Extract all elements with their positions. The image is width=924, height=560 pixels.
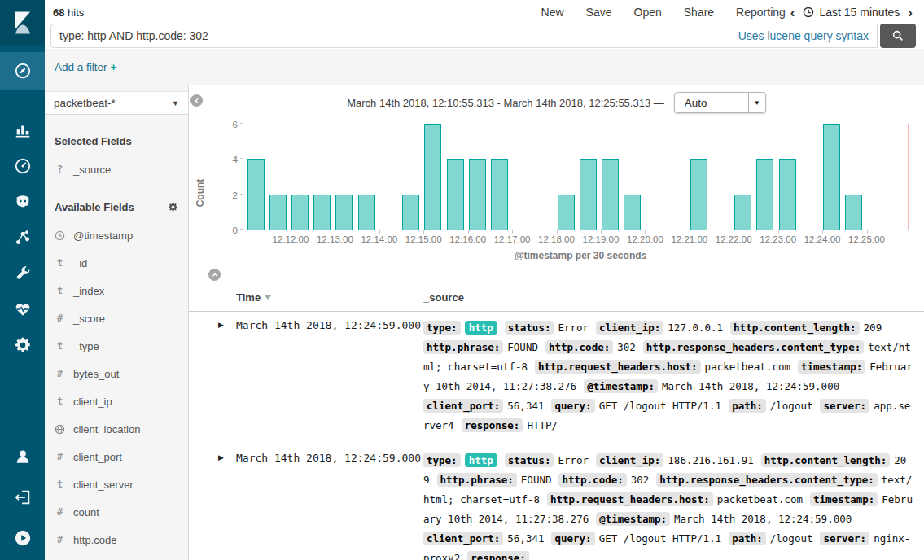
histogram-bar-12:21:00[interactable]	[690, 159, 707, 230]
field-value: packetbeat.com	[705, 361, 790, 373]
field-settings-gear-icon[interactable]	[168, 202, 178, 212]
field-value: /logout	[770, 400, 813, 412]
kibana-app: 68 hits NewSaveOpenShareReporting ‹ Last…	[0, 0, 924, 560]
time-forward-button[interactable]: ›	[908, 6, 913, 20]
field-badge: response:	[462, 418, 523, 432]
topnav-open-link[interactable]: Open	[634, 6, 662, 19]
compass-icon	[14, 62, 32, 80]
selected-fields-heading: Selected Fields	[55, 135, 178, 147]
number-type-icon: #	[55, 506, 65, 518]
field-badge: client_ip:	[596, 453, 663, 467]
x-tick-mark	[601, 230, 602, 234]
logout-icon	[14, 488, 32, 506]
histogram-bar-12:19:00[interactable]	[602, 159, 619, 230]
histogram-bar-12:22:30[interactable]	[756, 159, 773, 230]
field-item-_source[interactable]: ?_source	[45, 155, 188, 183]
histogram-bar-12:18:00[interactable]	[558, 195, 575, 230]
sidenav-item-visualize[interactable]	[0, 112, 45, 148]
field-item-count[interactable]: #count	[45, 498, 188, 526]
field-badge: @timestamp:	[596, 512, 670, 526]
field-badge: server:	[820, 399, 869, 413]
histogram-bar-12:12:00[interactable]	[291, 195, 309, 230]
text-type-icon: t	[55, 257, 65, 269]
histogram-bar-12:13:30[interactable]	[358, 195, 375, 230]
play-circle-icon	[14, 529, 32, 547]
search-button[interactable]	[880, 24, 916, 48]
field-item-_type[interactable]: t_type	[45, 332, 188, 360]
top-nav: NewSaveOpenShareReporting	[541, 6, 786, 19]
field-value: GET /logout HTTP/1.1	[599, 400, 722, 412]
histogram-bar-12:22:00[interactable]	[734, 195, 751, 230]
sidenav-item-management[interactable]	[0, 327, 45, 363]
histogram-bar-12:24:30[interactable]	[845, 195, 862, 230]
search-input[interactable]	[59, 29, 730, 42]
field-badge: http.code:	[558, 473, 626, 487]
sidenav-item-graph[interactable]	[0, 220, 45, 256]
gauge-icon	[14, 157, 32, 175]
topnav-save-link[interactable]: Save	[586, 6, 612, 19]
histogram-bar-12:15:30[interactable]	[447, 159, 464, 230]
field-value: 302	[617, 341, 636, 353]
histogram-bar-12:14:30[interactable]	[402, 195, 419, 230]
field-item-client_location[interactable]: client_location	[45, 415, 188, 443]
topnav-share-link[interactable]: Share	[684, 6, 714, 19]
sort-desc-icon	[265, 295, 271, 300]
field-item-_index[interactable]: t_index	[45, 277, 188, 304]
field-badge: query:	[551, 532, 594, 545]
field-item-_score[interactable]: #_score	[45, 304, 188, 332]
expand-row-caret-icon[interactable]: ▶	[218, 318, 236, 435]
sidenav-item-monitoring[interactable]	[0, 291, 45, 327]
lucene-syntax-link[interactable]: Uses lucene query syntax	[738, 29, 869, 42]
doc-source-cell: type:httpstatus:Errorclient_ip:186.216.1…	[423, 451, 913, 560]
hits-label: hits	[68, 7, 84, 19]
histogram-bar-12:11:00[interactable]	[247, 159, 265, 230]
field-item-httpcode[interactable]: #http.code	[45, 526, 188, 553]
sidenav-item-collapse-nav[interactable]	[0, 518, 45, 558]
field-name: _source	[73, 164, 111, 176]
histogram-bar-12:16:00[interactable]	[469, 159, 486, 230]
side-nav	[0, 0, 45, 560]
field-name: count	[73, 506, 99, 518]
field-item-bytes_out[interactable]: #bytes_out	[45, 360, 188, 387]
histogram-bar-12:11:30[interactable]	[269, 195, 287, 230]
time-column-header[interactable]: Time	[236, 291, 423, 304]
field-badge: http.request_headers.host:	[535, 360, 701, 374]
x-tick-label: 12:18:00	[538, 234, 575, 244]
topnav-reporting-link[interactable]: Reporting	[736, 6, 786, 19]
time-picker-button[interactable]: Last 15 minutes	[803, 6, 900, 19]
topnav-new-link[interactable]: New	[541, 6, 564, 19]
kibana-logo[interactable]	[0, 0, 45, 45]
histogram-bar-12:16:30[interactable]	[491, 159, 508, 230]
sidenav-item-discover[interactable]	[0, 52, 45, 90]
sidenav-item-dev-tools[interactable]	[0, 256, 45, 291]
field-item-client_server[interactable]: tclient_server	[45, 470, 188, 498]
time-back-button[interactable]: ‹	[790, 6, 795, 20]
sidenav-item-dashboard[interactable]	[0, 148, 45, 184]
index-pattern-selector[interactable]: packetbeat-* ▼	[45, 91, 188, 115]
sidenav-item-account[interactable]	[0, 436, 45, 477]
field-badge: status:	[505, 453, 554, 467]
interval-select[interactable]: Auto ▼	[674, 92, 766, 113]
field-item-_id[interactable]: t_id	[45, 249, 188, 277]
expand-row-caret-icon[interactable]: ▶	[218, 451, 236, 560]
histogram-bar-12:24:00[interactable]	[823, 124, 840, 230]
collapse-chart-button[interactable]	[208, 269, 221, 281]
doc-table-header: Time _source	[189, 287, 924, 312]
field-item-timestamp[interactable]: @timestamp	[45, 221, 188, 249]
histogram-bar-12:15:00[interactable]	[424, 124, 441, 230]
source-column-header: _source	[423, 291, 464, 304]
sidenav-item-timelion[interactable]	[0, 184, 45, 220]
histogram-bar-12:12:30[interactable]	[313, 195, 331, 230]
x-tick-mark	[379, 230, 380, 234]
histogram-bar-12:18:30[interactable]	[580, 159, 597, 230]
add-filter-button[interactable]: Add a filter+	[55, 61, 116, 73]
histogram-bar-12:13:00[interactable]	[335, 195, 353, 230]
collapse-sidebar-button[interactable]	[190, 94, 203, 107]
field-item-client_ip[interactable]: tclient_ip	[45, 387, 188, 415]
field-item-client_port[interactable]: #client_port	[45, 443, 188, 470]
x-tick-mark	[423, 230, 424, 234]
histogram-bar-12:19:30[interactable]	[624, 195, 641, 230]
field-name: client_ip	[73, 396, 112, 408]
histogram-bar-12:23:00[interactable]	[779, 159, 796, 230]
sidenav-item-logout[interactable]	[0, 477, 45, 518]
